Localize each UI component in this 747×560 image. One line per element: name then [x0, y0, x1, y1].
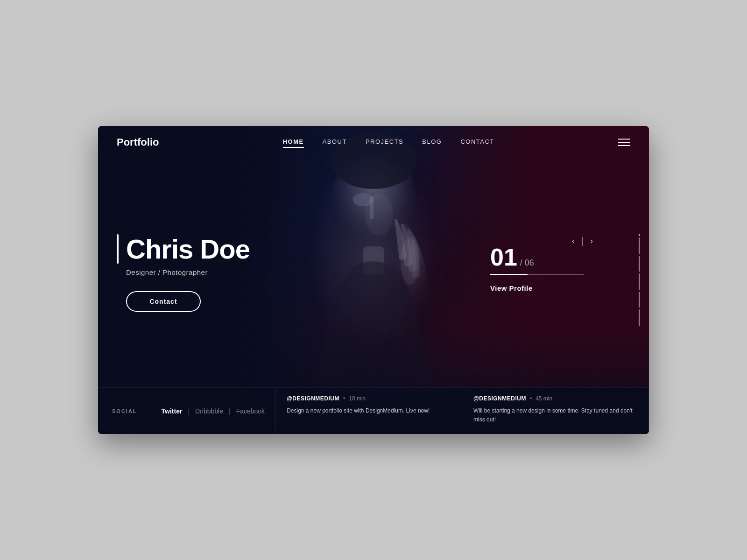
- nav-link-contact[interactable]: CONTACT: [460, 138, 494, 145]
- nav-item-about[interactable]: ABOUT: [323, 137, 347, 148]
- browser-window: Portfolio HOME ABOUT PROJECTS BLOG CONTA…: [98, 126, 649, 434]
- contact-button[interactable]: Contact: [126, 291, 201, 312]
- progress-bar: [490, 274, 584, 275]
- hero-content: Chris Doe Designer / Photographer Contac…: [98, 159, 649, 387]
- feed-text-2: Will be starting a new design in some ti…: [473, 406, 637, 424]
- vertical-line-decoration: [639, 233, 640, 327]
- hamburger-line-1: [618, 139, 630, 140]
- slide-total: / 06: [520, 258, 534, 268]
- social-bar: SOCIAL Twitter | Dribbbble | Facebook @D…: [98, 387, 649, 434]
- hamburger-menu[interactable]: [618, 139, 630, 146]
- nav-link-about[interactable]: ABOUT: [323, 138, 347, 145]
- slide-counter: 01 / 06: [490, 245, 534, 269]
- nav-item-blog[interactable]: BLOG: [422, 137, 442, 148]
- hamburger-line-3: [618, 145, 630, 146]
- site-logo[interactable]: Portfolio: [117, 136, 159, 148]
- hamburger-line-2: [618, 142, 630, 143]
- navigation: Portfolio HOME ABOUT PROJECTS BLOG CONTA…: [98, 126, 649, 159]
- feed-time-2: 45 min: [536, 395, 552, 402]
- vline-6: [639, 309, 640, 326]
- hero-subtitle: Designer / Photographer: [126, 268, 294, 276]
- feed-time-1: 10 min: [349, 395, 366, 402]
- social-label: SOCIAL: [98, 388, 151, 434]
- feed-dot-1: •: [343, 395, 345, 402]
- hero-section: Portfolio HOME ABOUT PROJECTS BLOG CONTA…: [98, 126, 649, 434]
- social-tabs: Twitter | Dribbbble | Facebook: [151, 388, 275, 434]
- nav-link-projects[interactable]: PROJECTS: [366, 138, 403, 145]
- nav-link-blog[interactable]: BLOG: [422, 138, 442, 145]
- feed-header-2: @DESIGNMEDIUM • 45 min: [473, 395, 637, 402]
- arrow-divider: |: [581, 236, 584, 246]
- slide-current: 01: [490, 245, 517, 269]
- name-block: Chris Doe: [117, 234, 294, 264]
- vline-4: [639, 273, 640, 290]
- view-profile-link[interactable]: View Profile: [490, 284, 533, 292]
- vline-3: [639, 256, 640, 272]
- feed-text-1: Design a new portfolio site with DesignM…: [287, 406, 451, 415]
- feed-handle-2: @DESIGNMEDIUM: [473, 395, 526, 402]
- name-border-decoration: [117, 234, 119, 264]
- prev-arrow[interactable]: ‹: [572, 236, 575, 246]
- social-feeds: @DESIGNMEDIUM • 10 min Design a new port…: [275, 388, 649, 434]
- hero-left: Chris Doe Designer / Photographer Contac…: [117, 234, 294, 312]
- vline-2: [639, 238, 640, 254]
- nav-item-home[interactable]: HOME: [283, 137, 304, 148]
- nav-item-contact[interactable]: CONTACT: [460, 137, 494, 148]
- next-arrow[interactable]: ›: [590, 236, 593, 246]
- social-tab-dribbble[interactable]: Dribbbble: [190, 407, 229, 415]
- hero-right: 01 / 06 ‹ | › View Profile: [490, 245, 630, 301]
- feed-header-1: @DESIGNMEDIUM • 10 min: [287, 395, 451, 402]
- feed-handle-1: @DESIGNMEDIUM: [287, 395, 339, 402]
- social-tab-twitter[interactable]: Twitter: [156, 407, 188, 415]
- vline-5: [639, 292, 640, 308]
- feed-item-1: @DESIGNMEDIUM • 10 min Design a new port…: [275, 388, 462, 434]
- nav-link-home[interactable]: HOME: [283, 138, 304, 148]
- hero-name: Chris Doe: [126, 234, 250, 264]
- nav-arrows: ‹ | ›: [572, 236, 593, 246]
- nav-links: HOME ABOUT PROJECTS BLOG CONTACT: [283, 137, 494, 148]
- social-tab-facebook[interactable]: Facebook: [231, 407, 270, 415]
- vline-1: [639, 234, 640, 236]
- nav-item-projects[interactable]: PROJECTS: [366, 137, 403, 148]
- feed-dot-2: •: [530, 395, 532, 402]
- feed-item-2: @DESIGNMEDIUM • 45 min Will be starting …: [462, 388, 649, 434]
